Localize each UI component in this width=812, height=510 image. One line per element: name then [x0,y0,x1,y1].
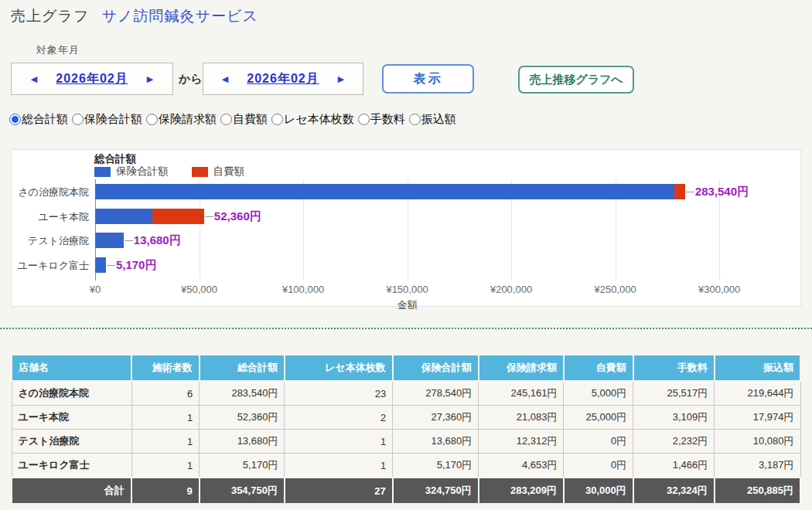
legend-label: 保険合計額 [116,165,169,178]
section-divider [0,328,812,329]
prev-month-icon[interactable]: ◀ [222,74,228,84]
x-axis-tick: ¥100,000 [282,284,324,295]
metric-option-4[interactable]: レセ本体枚数 [271,112,354,127]
table-cell: 2,232円 [633,430,715,454]
table-cell: 278,540円 [393,381,479,406]
table-cell: 1 [285,430,393,454]
table-total-cell: 27 [285,478,393,504]
bar-value-label: 283,540円 [695,184,749,199]
x-axis-title: 金額 [397,298,418,312]
chart-category-label: テスト治療院 [12,234,89,248]
table-total-cell: 32,324円 [633,478,715,504]
bar-value-label: 52,360円 [214,209,261,224]
table-cell: 13,680円 [200,430,285,454]
metric-option-label: 保険合計額 [84,112,142,127]
table-cell: 3,187円 [715,454,800,478]
chart-category-label: ユーキ本院 [12,210,89,224]
chart-legend: 保険合計額 自費額 [94,165,244,178]
table-row: ユーキ本院152,360円227,360円21,083円25,000円3,109… [12,406,800,430]
from-month-link[interactable]: 2026年02月 [56,71,128,87]
metric-option-label: 自費額 [233,112,268,127]
table-total-cell: 30,000円 [564,478,633,504]
table-cell: 245,161円 [479,381,564,406]
table-cell: 5,170円 [393,454,479,478]
metric-option-label: レセ本体枚数 [284,112,354,127]
table-header-cell: 総合計額 [200,355,285,381]
table-cell: 6 [131,381,200,406]
chart-category-label: ユーキロク富士 [12,259,89,273]
metric-radio-4[interactable] [271,114,283,125]
metric-radio-3[interactable] [220,114,232,125]
legend-swatch-selfpay [192,167,208,177]
x-axis-tick: ¥250,000 [594,284,636,295]
table-cell: 4,653円 [479,454,564,478]
legend-label: 自費額 [213,165,245,178]
sales-table-wrap: 店舗名施術者数総合計額レセ本体枚数保険合計額保険請求額自費額手数料振込額さの治療… [11,354,801,505]
table-cell: ユーキ本院 [12,406,131,430]
table-header-cell: 保険合計額 [393,355,479,381]
table-cell: 13,680円 [393,430,479,454]
bar-segment [95,257,106,273]
table-total-cell: 9 [131,478,200,504]
table-cell: 0円 [564,430,633,454]
table-header-row: 店舗名施術者数総合計額レセ本体枚数保険合計額保険請求額自費額手数料振込額 [12,355,800,381]
table-cell: 5,170円 [200,454,285,478]
metric-option-3[interactable]: 自費額 [220,112,268,127]
metric-radio-0[interactable] [9,114,21,125]
from-month-picker[interactable]: ◀ 2026年02月 ▶ [11,63,173,95]
to-month-picker[interactable]: ◀ 2026年02月 ▶ [203,63,363,95]
legend-item: 自費額 [192,165,245,178]
table-cell: 52,360円 [200,406,285,430]
show-button[interactable]: 表示 [382,64,474,94]
metric-option-label: 手数料 [370,112,405,127]
x-axis-tick: ¥150,000 [386,284,428,295]
metric-option-2[interactable]: 保険請求額 [146,112,217,127]
metric-option-6[interactable]: 振込額 [409,112,456,127]
table-cell: 3,109円 [633,406,715,430]
metric-option-1[interactable]: 保険合計額 [72,112,142,127]
table-header-cell: 自費額 [564,355,633,381]
page-title-text: 売上グラフ [11,8,89,24]
sales-trend-graph-button[interactable]: 売上推移グラフへ [518,66,634,94]
table-header-cell: 店舗名 [12,355,131,381]
metric-option-label: 保険請求額 [159,112,217,127]
table-cell: 283,540円 [200,381,285,406]
bar-segment [674,184,684,199]
bar-value-label: 13,680円 [134,233,181,248]
bar-segment [95,233,124,248]
period-label: 対象年月 [36,43,80,57]
service-name-link[interactable]: サノ訪問鍼灸サービス [102,8,258,24]
metric-option-0[interactable]: 総合計額 [9,112,68,127]
table-cell: 2 [285,406,393,430]
x-axis-tick: ¥50,000 [181,284,217,295]
table-cell: ユーキロク富士 [12,454,131,478]
metric-radio-2[interactable] [146,114,158,125]
table-cell: 1 [131,406,200,430]
prev-month-icon[interactable]: ◀ [31,74,37,84]
bar-value-label: 5,170円 [116,257,157,273]
value-connector-line [125,240,133,241]
x-axis-tick: ¥300,000 [698,284,740,295]
legend-item: 保険合計額 [94,165,169,178]
table-header-cell: 手数料 [633,355,715,381]
metric-option-5[interactable]: 手数料 [358,112,405,127]
value-connector-line [686,192,694,192]
next-month-icon[interactable]: ▶ [338,74,344,84]
metric-radio-1[interactable] [72,114,84,125]
table-cell: テスト治療院 [12,430,131,454]
to-month-link[interactable]: 2026年02月 [247,71,319,87]
table-cell: 25,000円 [564,406,633,430]
table-cell: 10,080円 [715,430,800,454]
table-total-row: 合計9354,750円27324,750円283,209円30,000円32,3… [12,478,800,504]
table-row: テスト治療院113,680円113,680円12,312円0円2,232円10,… [12,430,800,454]
metric-radio-6[interactable] [409,114,421,125]
table-row: さの治療院本院6283,540円23278,540円245,161円5,000円… [12,381,800,406]
chart-card: 総合計額 保険合計額 自費額 ¥0¥50,000¥100,000¥150,000… [11,149,801,307]
table-header-cell: 保険請求額 [479,355,564,381]
x-axis-tick: ¥200,000 [490,284,532,295]
next-month-icon[interactable]: ▶ [147,74,153,84]
table-cell: 23 [285,381,393,406]
chart-category-label: さの治療院本院 [12,185,89,199]
metric-option-label: 振込額 [421,112,456,127]
metric-radio-5[interactable] [358,114,370,125]
